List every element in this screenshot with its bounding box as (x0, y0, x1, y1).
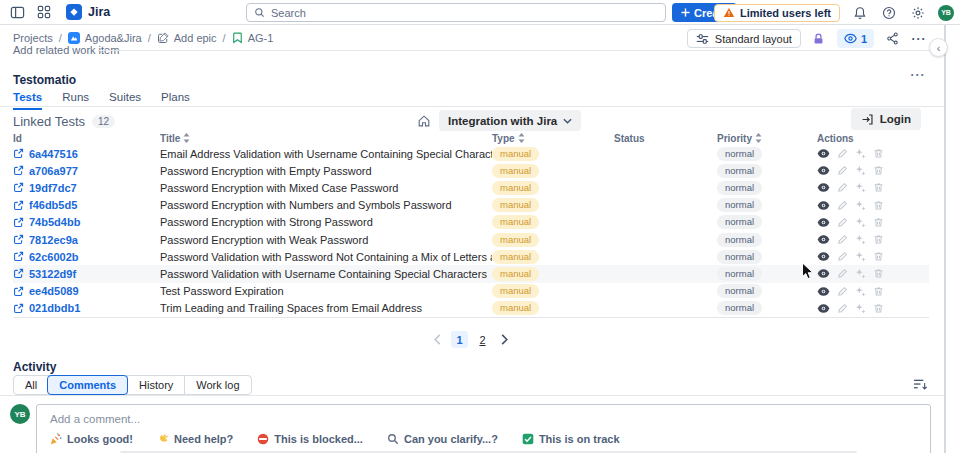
ai-sparkles-icon[interactable] (855, 303, 866, 314)
column-header-actions[interactable]: Actions (817, 133, 929, 144)
home-icon[interactable] (417, 114, 431, 128)
next-page-icon[interactable] (500, 334, 509, 345)
filter-tab-work-log[interactable]: Work log (184, 376, 250, 394)
edit-test-icon[interactable] (837, 286, 848, 297)
filter-tab-history[interactable]: History (127, 376, 184, 394)
tab-plans[interactable]: Plans (161, 91, 190, 110)
prev-page-icon[interactable] (433, 334, 442, 345)
test-id-link[interactable]: 74b5d4bb (13, 216, 160, 228)
view-test-icon[interactable] (817, 148, 830, 159)
test-id-link[interactable]: 021dbdb1 (13, 302, 160, 314)
view-test-icon[interactable] (817, 251, 830, 262)
breadcrumb-add-epic[interactable]: Add epic (157, 32, 217, 44)
share-icon[interactable] (883, 30, 901, 48)
column-header-priority[interactable]: Priority (717, 133, 817, 144)
ai-sparkles-icon[interactable] (855, 234, 866, 245)
help-icon[interactable] (880, 4, 898, 22)
test-id-link[interactable]: a706a977 (13, 165, 160, 177)
edit-test-icon[interactable] (837, 217, 848, 228)
notifications-icon[interactable] (851, 4, 869, 22)
ai-sparkles-icon[interactable] (855, 286, 866, 297)
ai-sparkles-icon[interactable] (855, 165, 866, 176)
edit-test-icon[interactable] (837, 165, 848, 176)
search-input[interactable] (271, 7, 658, 19)
quick-reply-magnifier[interactable]: Can you clarify...? (387, 433, 498, 445)
ai-sparkles-icon[interactable] (855, 200, 866, 211)
filter-tab-comments[interactable]: Comments (47, 375, 128, 395)
page-1[interactable]: 1 (451, 331, 468, 348)
edit-test-icon[interactable] (837, 268, 848, 279)
sort-order-icon[interactable] (913, 378, 928, 391)
integration-dropdown[interactable]: Integration with Jira (439, 110, 581, 131)
test-id-link[interactable]: 53122d9f (13, 268, 160, 280)
scrollbar[interactable] (944, 25, 946, 453)
view-test-icon[interactable] (817, 217, 830, 228)
ai-sparkles-icon[interactable] (855, 251, 866, 262)
view-test-icon[interactable] (817, 286, 830, 297)
search-bar[interactable] (246, 3, 666, 22)
delete-test-icon[interactable] (873, 217, 884, 228)
delete-test-icon[interactable] (873, 234, 884, 245)
quick-reply-no-entry[interactable]: This is blocked... (257, 433, 363, 445)
column-header-id[interactable]: Id (13, 133, 160, 144)
view-test-icon[interactable] (817, 234, 830, 245)
breadcrumb-projects[interactable]: Projects (13, 32, 53, 44)
panel-more-icon[interactable]: ··· (908, 68, 928, 84)
standard-layout-button[interactable]: Standard layout (687, 29, 801, 48)
test-id-link[interactable]: 19df7dc7 (13, 182, 160, 194)
delete-test-icon[interactable] (873, 268, 884, 279)
test-id-link[interactable]: 6a447516 (13, 148, 160, 160)
breadcrumb-issue-key[interactable]: AG-1 (232, 32, 274, 44)
column-header-status[interactable]: Status (614, 133, 717, 144)
view-test-icon[interactable] (817, 268, 830, 279)
edit-test-icon[interactable] (837, 303, 848, 314)
more-actions-icon[interactable]: ··· (910, 30, 928, 48)
quick-reply-waving-hand[interactable]: Need help? (157, 433, 233, 445)
column-header-title[interactable]: Title (160, 133, 492, 144)
breadcrumb-project[interactable]: Agoda&Jira (68, 32, 142, 44)
limited-users-badge[interactable]: Limited users left (714, 4, 840, 22)
tab-tests[interactable]: Tests (13, 91, 42, 110)
comment-box[interactable]: Add a comment... Looks good!Need help?Th… (36, 404, 931, 453)
ai-sparkles-icon[interactable] (855, 182, 866, 193)
page-2[interactable]: 2 (474, 331, 491, 348)
view-test-icon[interactable] (817, 303, 830, 314)
filter-tab-all[interactable]: All (14, 376, 48, 394)
ai-sparkles-icon[interactable] (855, 148, 866, 159)
view-test-icon[interactable] (817, 200, 830, 211)
delete-test-icon[interactable] (873, 165, 884, 176)
quick-reply-party-popper[interactable]: Looks good! (50, 433, 133, 445)
tab-runs[interactable]: Runs (62, 91, 89, 110)
jira-logo[interactable]: Jira (66, 4, 110, 20)
test-id-link[interactable]: 62c6002b (13, 251, 160, 263)
view-test-icon[interactable] (817, 182, 830, 193)
edit-test-icon[interactable] (837, 234, 848, 245)
watchers-button[interactable]: 1 (837, 29, 874, 48)
lock-icon[interactable] (810, 30, 828, 48)
user-avatar[interactable]: YB (938, 5, 954, 21)
ai-sparkles-icon[interactable] (855, 217, 866, 228)
delete-test-icon[interactable] (873, 200, 884, 211)
collapse-panel-button[interactable]: ‹ (929, 38, 948, 57)
edit-test-icon[interactable] (837, 200, 848, 211)
delete-test-icon[interactable] (873, 303, 884, 314)
edit-test-icon[interactable] (837, 251, 848, 262)
test-id-link[interactable]: ee4d5089 (13, 285, 160, 297)
delete-test-icon[interactable] (873, 286, 884, 297)
app-switcher-icon[interactable] (35, 3, 53, 21)
tab-suites[interactable]: Suites (109, 91, 141, 110)
view-test-icon[interactable] (817, 165, 830, 176)
quick-reply-check-mark[interactable]: This is on track (522, 433, 620, 445)
sidebar-toggle-icon[interactable] (8, 3, 26, 21)
settings-gear-icon[interactable] (909, 4, 927, 22)
delete-test-icon[interactable] (873, 182, 884, 193)
test-id-link[interactable]: f46db5d5 (13, 199, 160, 211)
delete-test-icon[interactable] (873, 251, 884, 262)
delete-test-icon[interactable] (873, 148, 884, 159)
test-id-link[interactable]: 7812ec9a (13, 234, 160, 246)
login-button[interactable]: Login (851, 108, 921, 130)
column-header-type[interactable]: Type (492, 133, 614, 144)
ai-sparkles-icon[interactable] (855, 268, 866, 279)
edit-test-icon[interactable] (837, 148, 848, 159)
edit-test-icon[interactable] (837, 182, 848, 193)
